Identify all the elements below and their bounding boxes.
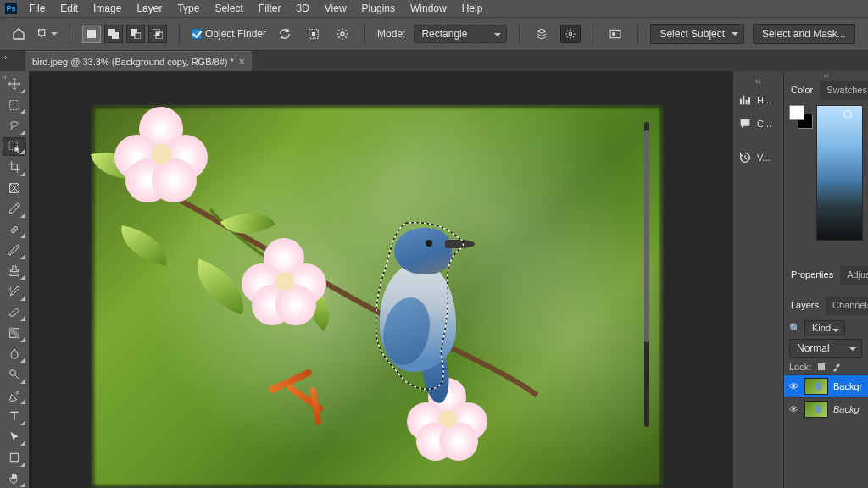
blur-tool-icon[interactable] [3,345,26,364]
svg-point-20 [10,370,16,376]
layer-kind-filter[interactable]: Kind [804,320,845,336]
svg-point-11 [341,32,344,36]
comments-panel-icon[interactable]: C... [733,112,783,136]
object-finder-toggle[interactable]: Object Finder [192,28,266,40]
mode-dropdown[interactable]: Rectangle [414,25,507,43]
selection-intersect-icon[interactable] [148,25,167,43]
eyedropper-tool-icon[interactable] [3,199,26,219]
shape-tool-icon[interactable] [3,448,26,468]
visibility-icon[interactable]: 👁 [787,381,799,391]
menu-view[interactable]: View [318,1,353,16]
gear-dark-icon[interactable] [560,25,581,43]
blend-mode-dropdown[interactable]: Normal [789,339,862,358]
tool-preset-icon[interactable] [37,24,58,44]
color-panel [784,100,868,261]
tab-properties[interactable]: Properties [784,266,840,285]
histogram-panel-icon[interactable]: H... [733,88,783,112]
type-tool-icon[interactable] [3,407,26,426]
selection-new-icon[interactable] [82,25,101,43]
layer-name[interactable]: Backg [833,404,865,414]
layer-name[interactable]: Backgr [833,381,865,391]
document-tab[interactable]: bird.jpeg @ 33.3% (Background copy, RGB/… [25,51,252,71]
canvas-area[interactable] [29,71,732,488]
menu-edit[interactable]: Edit [53,1,85,16]
svg-rect-15 [10,100,19,109]
move-tool-icon[interactable] [3,75,26,94]
app-logo: Ps [5,3,17,14]
vertical-scrollbar[interactable] [644,122,649,427]
document-canvas[interactable] [93,107,661,486]
layers-panel: 🔍Kind Normal Lock: 👁 Backgr 👁 Backg [784,315,868,488]
history-panel-icon[interactable]: V... [733,146,783,169]
lock-label: Lock: [789,362,811,372]
tab-layers[interactable]: Layers [784,297,826,315]
tab-channels[interactable]: Channels [826,297,868,315]
svg-rect-5 [135,33,141,39]
panel-expand-icon[interactable]: ›› [2,53,8,62]
tools-panel: ›› [0,71,29,488]
overlay-icon[interactable] [303,24,324,44]
layer-row[interactable]: 👁 Backg [784,397,868,420]
stamp-tool-icon[interactable] [3,262,26,281]
selection-boolean-group [82,25,167,43]
layer-row[interactable]: 👁 Backgr [784,374,868,397]
menu-bar: Ps File Edit Image Layer Type Select Fil… [0,0,868,17]
menu-3d[interactable]: 3D [289,1,315,16]
menu-file[interactable]: File [22,1,52,16]
frame-tool-icon[interactable] [3,179,26,198]
svg-rect-1 [87,30,96,38]
gradient-tool-icon[interactable] [3,324,26,343]
menu-help[interactable]: Help [455,1,490,16]
color-field[interactable] [816,105,863,241]
pen-tool-icon[interactable] [3,386,26,406]
menu-layer[interactable]: Layer [130,1,169,16]
svg-rect-10 [312,32,315,36]
collapsed-panel-strip: ‹‹ H... C... V... [732,71,783,488]
fg-bg-swatch[interactable] [789,105,811,127]
menu-select[interactable]: Select [208,1,249,16]
right-dock-expand-icon[interactable]: ‹‹ [784,71,868,81]
lock-pixels-icon[interactable] [816,362,826,372]
visibility-icon[interactable]: 👁 [787,404,799,414]
lock-move-icon[interactable] [847,362,857,372]
tab-swatches[interactable]: Swatches [820,81,868,100]
history-brush-tool-icon[interactable] [3,282,26,302]
layer-lock-row: Lock: [784,359,868,374]
hand-tool-icon[interactable] [3,469,26,488]
layer-thumbnail[interactable] [804,378,828,395]
menu-image[interactable]: Image [86,1,128,16]
lasso-tool-icon[interactable] [3,116,26,136]
sample-layers-icon[interactable] [531,24,552,44]
svg-point-12 [570,32,573,36]
menu-plugins[interactable]: Plugins [355,1,402,16]
dodge-tool-icon[interactable] [3,365,26,385]
healing-tool-icon[interactable] [3,220,26,240]
panel-strip-expand-icon[interactable]: ‹‹ [733,76,783,88]
tab-adjustments[interactable]: Adjus [840,266,868,285]
menu-type[interactable]: Type [170,1,206,16]
gear-icon[interactable] [332,24,353,44]
path-selection-tool-icon[interactable] [3,428,26,447]
select-and-mask-button[interactable]: Select and Mask... [753,24,855,44]
select-subject-button[interactable]: Select Subject [650,24,744,44]
close-tab-icon[interactable]: × [239,56,245,68]
svg-point-14 [612,32,615,36]
layer-thumbnail[interactable] [804,401,828,418]
lock-brush-icon[interactable] [832,362,842,372]
menu-filter[interactable]: Filter [252,1,288,16]
marquee-tool-icon[interactable] [3,96,26,115]
eraser-tool-icon[interactable] [3,303,26,323]
selection-add-icon[interactable] [104,25,123,43]
mask-mode-icon[interactable] [605,24,626,44]
selection-subtract-icon[interactable] [126,25,145,43]
menu-window[interactable]: Window [403,1,453,16]
object-selection-tool-icon[interactable] [3,137,26,157]
tab-color[interactable]: Color [784,81,820,100]
mode-label: Mode: [377,28,405,40]
crop-tool-icon[interactable] [3,158,26,177]
document-tab-title: bird.jpeg @ 33.3% (Background copy, RGB/… [32,57,234,67]
brush-tool-icon[interactable] [3,241,26,260]
home-icon[interactable] [8,24,29,44]
search-icon: 🔍 [789,323,801,334]
refresh-icon[interactable] [275,24,295,44]
